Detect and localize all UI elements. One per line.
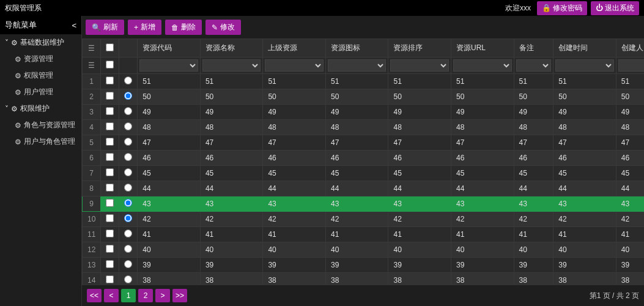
- collapse-icon[interactable]: <: [72, 21, 76, 30]
- logout-button[interactable]: ⏻ 退出系统: [591, 1, 639, 15]
- filter-list-icon[interactable]: ☰: [83, 58, 101, 74]
- filter-select-7[interactable]: [555, 59, 614, 72]
- cell: 47: [388, 135, 451, 151]
- row-checkbox[interactable]: [106, 122, 114, 130]
- nav-item-0-0[interactable]: ⚙ 资源管理: [0, 51, 81, 67]
- nav-item-1-1[interactable]: ⚙ 用户与角色管理: [0, 133, 81, 150]
- row-radio[interactable]: [124, 76, 132, 84]
- row-radio[interactable]: [124, 245, 132, 253]
- pager-button[interactable]: <: [104, 289, 119, 302]
- row-radio[interactable]: [124, 153, 132, 161]
- column-header-1[interactable]: 资源名称: [200, 39, 263, 58]
- table-row[interactable]: 745454545454545454545: [83, 166, 645, 181]
- row-checkbox[interactable]: [106, 230, 114, 237]
- table-row[interactable]: 250505050505050505050: [83, 89, 645, 105]
- nav-group-1[interactable]: ˅⚙ 权限维护: [0, 100, 81, 117]
- pager-button[interactable]: >>: [172, 289, 187, 302]
- filter-select-0[interactable]: [139, 59, 198, 72]
- topbar: 权限管理系 欢迎xxx 🔒 修改密码 ⏻ 退出系统: [0, 0, 644, 16]
- delete-button[interactable]: 🗑 删除: [165, 20, 202, 35]
- table-row[interactable]: 1438383838383838383838: [83, 273, 645, 285]
- row-checkbox[interactable]: [106, 138, 114, 146]
- cell: 38: [553, 273, 616, 285]
- table-row[interactable]: 349494949494949494949: [83, 105, 645, 120]
- row-radio[interactable]: [124, 168, 132, 176]
- table-row[interactable]: 547474747474747474747: [83, 135, 645, 151]
- row-number: 9: [83, 196, 101, 212]
- column-header-7[interactable]: 创建时间: [553, 39, 616, 58]
- table-row[interactable]: 1339393939393939393939: [83, 258, 645, 273]
- add-button[interactable]: + 新增: [128, 20, 161, 35]
- pager-button[interactable]: <<: [87, 289, 102, 302]
- cell: 49: [451, 105, 514, 120]
- row-checkbox[interactable]: [106, 199, 114, 207]
- cell: 40: [553, 242, 616, 258]
- row-checkbox[interactable]: [106, 260, 114, 268]
- row-radio[interactable]: [124, 275, 132, 283]
- cell: 44: [388, 181, 451, 196]
- filter-checkbox[interactable]: [101, 58, 119, 74]
- row-checkbox[interactable]: [106, 92, 114, 100]
- row-radio[interactable]: [124, 107, 132, 115]
- nav-item-1-0[interactable]: ⚙ 角色与资源管理: [0, 117, 81, 133]
- row-checkbox[interactable]: [106, 76, 114, 84]
- filter-select-4[interactable]: [390, 59, 449, 72]
- nav-item-0-2[interactable]: ⚙ 用户管理: [0, 84, 81, 100]
- row-checkbox[interactable]: [106, 214, 114, 222]
- table-container[interactable]: ☰资源代码资源名称上级资源资源图标资源排序资源URL备注创建时间创建人更新时间☰…: [82, 39, 644, 285]
- column-header-0[interactable]: 资源代码: [138, 39, 201, 58]
- cell: 49: [138, 105, 201, 120]
- change-password-button[interactable]: 🔒 修改密码: [537, 1, 587, 15]
- cell: 46: [553, 151, 616, 166]
- column-header-2[interactable]: 上级资源: [263, 39, 326, 58]
- table-row[interactable]: 943434343434343434343: [83, 196, 645, 212]
- row-radio[interactable]: [124, 184, 132, 192]
- column-header-6[interactable]: 备注: [514, 39, 553, 58]
- row-radio[interactable]: [124, 138, 132, 146]
- nav-item-0-1[interactable]: ⚙ 权限管理: [0, 67, 81, 84]
- filter-select-2[interactable]: [265, 59, 324, 72]
- row-radio[interactable]: [124, 92, 132, 100]
- row-checkbox[interactable]: [106, 275, 114, 283]
- refresh-button[interactable]: 🔍 刷新: [86, 20, 124, 35]
- row-checkbox[interactable]: [106, 168, 114, 176]
- cell: 46: [616, 151, 644, 166]
- column-header-8[interactable]: 创建人: [616, 39, 644, 58]
- pager-button[interactable]: 1: [121, 289, 136, 302]
- pager-button[interactable]: 2: [138, 289, 153, 302]
- cell: 38: [514, 273, 553, 285]
- table-row[interactable]: 151515151515151515151: [83, 74, 645, 89]
- filter-select-3[interactable]: [328, 59, 387, 72]
- row-radio[interactable]: [124, 214, 132, 222]
- edit-button[interactable]: ✎ 修改: [205, 20, 241, 35]
- nav-group-0[interactable]: ˅⚙ 基础数据维护: [0, 34, 81, 51]
- checkbox-header[interactable]: [101, 39, 119, 58]
- column-header-5[interactable]: 资源URL: [451, 39, 514, 58]
- table-row[interactable]: 448484848484848484848: [83, 120, 645, 135]
- row-checkbox[interactable]: [106, 245, 114, 253]
- row-radio[interactable]: [124, 199, 132, 207]
- list-icon-header[interactable]: ☰: [83, 39, 101, 58]
- cell: 49: [616, 105, 644, 120]
- filter-select-8[interactable]: [618, 59, 644, 72]
- table-row[interactable]: 1042424242424242424242: [83, 212, 645, 227]
- filter-select-1[interactable]: [202, 59, 261, 72]
- page-info: 第1 页 / 共 2 页: [590, 291, 639, 301]
- row-checkbox[interactable]: [106, 107, 114, 115]
- cell: 40: [263, 242, 326, 258]
- row-radio[interactable]: [124, 260, 132, 268]
- row-radio[interactable]: [124, 230, 132, 237]
- column-header-3[interactable]: 资源图标: [325, 39, 388, 58]
- row-radio[interactable]: [124, 122, 132, 130]
- table-row[interactable]: 646464646464646464646: [83, 151, 645, 166]
- cell: 47: [138, 135, 201, 151]
- row-checkbox[interactable]: [106, 184, 114, 192]
- column-header-4[interactable]: 资源排序: [388, 39, 451, 58]
- table-row[interactable]: 844444444444444444444: [83, 181, 645, 196]
- table-row[interactable]: 1141414141414141414141: [83, 227, 645, 242]
- filter-select-6[interactable]: [516, 59, 552, 72]
- table-row[interactable]: 1240404040404040404040: [83, 242, 645, 258]
- pager-button[interactable]: >: [155, 289, 170, 302]
- row-checkbox[interactable]: [106, 153, 114, 161]
- filter-select-5[interactable]: [453, 59, 512, 72]
